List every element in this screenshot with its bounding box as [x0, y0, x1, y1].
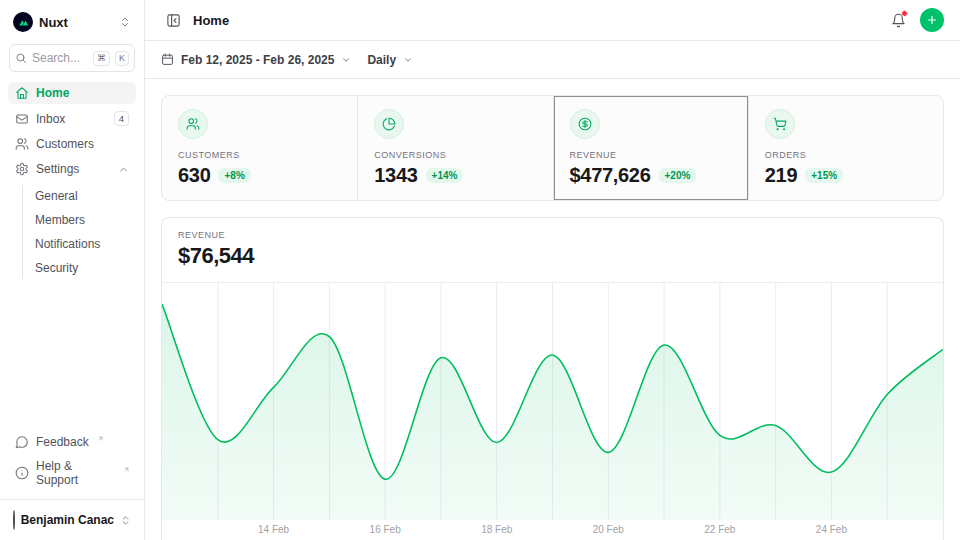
home-icon	[15, 86, 29, 100]
sidebar-item-label: Settings	[36, 162, 79, 176]
x-axis-label: 20 Feb	[593, 524, 624, 535]
granularity-value: Daily	[367, 53, 396, 67]
search-icon	[15, 52, 27, 64]
sidebar-item-general[interactable]: General	[23, 185, 136, 207]
chevrons-up-down-icon	[119, 16, 131, 28]
workspace-switcher[interactable]: Nuxt	[8, 8, 136, 36]
revenue-chart-card: REVENUE $76,544 14 Feb16 Feb18 Feb20 Feb…	[161, 217, 944, 540]
footer-link-label: Feedback	[36, 435, 89, 449]
sidebar-nav: Home Inbox 4 Customers Settings	[8, 82, 136, 279]
divider	[0, 499, 144, 500]
search-placeholder: Search...	[32, 51, 88, 65]
stat-card-orders[interactable]: ORDERS 219 +15%	[748, 96, 943, 200]
add-button[interactable]	[920, 8, 944, 32]
panel-left-close-icon	[166, 13, 181, 28]
sidebar-item-label: Inbox	[36, 112, 65, 126]
feedback-link[interactable]: Feedback	[8, 431, 136, 453]
shopping-cart-icon	[765, 109, 795, 139]
footer-link-label: Help & Support	[36, 459, 115, 487]
stat-label: CONVERSIONS	[374, 150, 536, 160]
x-axis-label: 18 Feb	[481, 524, 512, 535]
stat-label: ORDERS	[765, 150, 927, 160]
dashboard-content: CUSTOMERS 630 +8% CONVERSIONS 1343 +14%	[145, 79, 960, 540]
calendar-icon	[161, 53, 174, 66]
stat-label: CUSTOMERS	[178, 150, 341, 160]
stat-delta-badge: +14%	[426, 168, 464, 183]
sidebar-item-inbox[interactable]: Inbox 4	[8, 107, 136, 130]
sidebar-item-notifications[interactable]: Notifications	[23, 233, 136, 255]
stat-delta-badge: +8%	[218, 168, 250, 183]
chart-metric-label: REVENUE	[178, 230, 927, 240]
top-header: Home	[145, 0, 960, 41]
date-range-value: Feb 12, 2025 - Feb 26, 2025	[181, 53, 334, 67]
sidebar-item-label: Customers	[36, 137, 94, 151]
sidebar-item-customers[interactable]: Customers	[8, 133, 136, 155]
kbd-k: K	[115, 51, 129, 66]
stat-delta-badge: +20%	[659, 168, 697, 183]
notification-dot	[901, 10, 908, 17]
app-window: Nuxt Search... ⌘ K Home	[0, 0, 960, 540]
inbox-count-badge: 4	[114, 111, 129, 126]
users-icon	[15, 137, 29, 151]
user-menu[interactable]: Benjamin Canac	[8, 502, 136, 532]
users-icon	[178, 109, 208, 139]
message-circle-icon	[15, 435, 29, 449]
chevron-down-icon	[403, 55, 413, 65]
stat-card-customers[interactable]: CUSTOMERS 630 +8%	[162, 96, 357, 200]
stat-value: 630	[178, 164, 210, 187]
x-axis-label: 14 Feb	[258, 524, 289, 535]
workspace-name: Nuxt	[39, 15, 113, 30]
stat-value: 219	[765, 164, 797, 187]
x-axis-label: 22 Feb	[704, 524, 735, 535]
external-link-icon	[97, 435, 104, 442]
notifications-button[interactable]	[886, 8, 910, 32]
stat-card-conversions[interactable]: CONVERSIONS 1343 +14%	[357, 96, 552, 200]
stat-value: 1343	[374, 164, 417, 187]
sidebar-footer: Feedback Help & Support Benjamin	[8, 431, 136, 532]
user-name: Benjamin Canac	[21, 513, 114, 527]
search-input[interactable]: Search... ⌘ K	[9, 44, 135, 72]
sidebar-item-home[interactable]: Home	[8, 82, 136, 104]
sidebar-item-security[interactable]: Security	[23, 257, 136, 279]
x-axis-label: 24 Feb	[816, 524, 847, 535]
sidebar: Nuxt Search... ⌘ K Home	[0, 0, 145, 540]
stats-row: CUSTOMERS 630 +8% CONVERSIONS 1343 +14%	[161, 95, 944, 201]
inbox-icon	[15, 112, 29, 126]
circle-dollar-icon	[570, 109, 600, 139]
gear-icon	[15, 162, 29, 176]
main-area: Home Feb 12, 2	[145, 0, 960, 540]
x-axis-labels: 14 Feb16 Feb18 Feb20 Feb22 Feb24 Feb	[162, 520, 943, 540]
stat-card-revenue[interactable]: REVENUE $477,626 +20%	[553, 96, 748, 200]
help-support-link[interactable]: Help & Support	[8, 455, 136, 491]
sidebar-item-settings[interactable]: Settings	[8, 158, 136, 180]
info-circle-icon	[15, 466, 29, 480]
chart-metric-value: $76,544	[178, 243, 927, 269]
sidebar-item-members[interactable]: Members	[23, 209, 136, 231]
date-range-picker[interactable]: Feb 12, 2025 - Feb 26, 2025	[161, 53, 351, 67]
stat-delta-badge: +15%	[805, 168, 843, 183]
stat-label: REVENUE	[570, 150, 732, 160]
nuxt-logo-icon	[13, 12, 33, 32]
chevron-up-icon	[118, 164, 129, 175]
granularity-select[interactable]: Daily	[367, 53, 413, 67]
filter-bar: Feb 12, 2025 - Feb 26, 2025 Daily	[145, 41, 960, 79]
settings-subnav: General Members Notifications Security	[22, 185, 136, 279]
chevrons-up-down-icon	[120, 515, 131, 526]
chart-header: REVENUE $76,544	[162, 218, 943, 283]
chart-pie-icon	[374, 109, 404, 139]
chevron-down-icon	[341, 55, 351, 65]
plus-icon	[926, 14, 938, 26]
page-title: Home	[193, 13, 229, 28]
kbd-meta: ⌘	[93, 51, 110, 66]
x-axis-label: 16 Feb	[370, 524, 401, 535]
collapse-sidebar-button[interactable]	[161, 8, 185, 32]
header-actions	[886, 8, 944, 32]
revenue-chart-svg[interactable]	[162, 283, 943, 520]
avatar	[13, 510, 15, 530]
sidebar-item-label: Home	[36, 86, 69, 100]
stat-value: $477,626	[570, 164, 651, 187]
external-link-icon	[123, 466, 130, 473]
